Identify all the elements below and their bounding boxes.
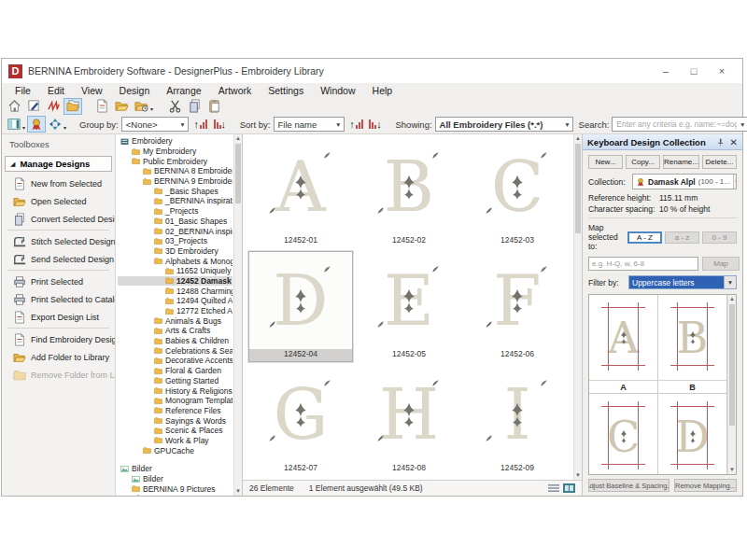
delete-collection-button[interactable]: Delete... [702, 155, 737, 169]
remove-mapping-button[interactable]: Remove Mapping... [674, 479, 737, 492]
design-thumbnail[interactable]: G12452-07 [248, 365, 353, 476]
chevron-down-icon[interactable]: ▾ [22, 124, 25, 131]
design-thumbnail[interactable]: K [357, 478, 461, 480]
manage-designs-header[interactable]: ◢Manage Designs [5, 156, 112, 172]
scroll-up-icon[interactable]: ▲ [574, 134, 582, 143]
tree-item[interactable]: BERNINA 9 Pictures [118, 483, 233, 494]
showing-select[interactable]: All Embroidery Files (*.*)▼ [435, 117, 573, 132]
pin-icon[interactable] [716, 138, 725, 147]
chevron-down-icon[interactable]: ▾ [150, 105, 153, 112]
tree-item[interactable]: Alphabets & Monograms [118, 256, 233, 266]
sort-descending-button[interactable]: ↓ [366, 116, 385, 133]
minimize-button[interactable]: – [652, 60, 680, 82]
tree-item[interactable]: Scenic & Places [118, 426, 233, 436]
tree-item[interactable]: BERNINA 9 Embroidery [118, 176, 233, 187]
toolbox-item-open-selected[interactable]: Open Selected [2, 192, 115, 210]
design-thumbnail[interactable]: F12452-06 [465, 251, 570, 362]
toolbox-item-send-to-machine[interactable]: Send Selected Design to BER... [2, 250, 115, 268]
group-descending-button[interactable]: ↓ [210, 116, 229, 133]
thumbnail-view-icon[interactable] [563, 483, 575, 493]
scrollbar-thumb[interactable] [729, 304, 735, 426]
scrollbar-thumb[interactable] [575, 144, 581, 233]
design-thumbnail[interactable]: H12452-08 [357, 365, 461, 476]
tree-item[interactable]: Bilder [118, 464, 233, 474]
embroidery-canvas-button[interactable] [44, 98, 63, 115]
view-mode-button[interactable] [5, 116, 23, 133]
tree-item[interactable]: Dieser PC [118, 494, 233, 496]
tree-item[interactable]: Getting Started [118, 376, 233, 386]
tree-item[interactable]: Sayings & Words [118, 415, 233, 426]
letter-cell[interactable]: DD [658, 394, 727, 475]
new-collection-button[interactable]: New... [588, 155, 623, 169]
menu-item-artwork[interactable]: Artwork [210, 85, 261, 96]
tree-item[interactable]: Celebrations & Seasons [118, 345, 233, 356]
toolbox-item-add-folder[interactable]: Add Folder to Library [2, 348, 115, 366]
tree-item[interactable]: 03_Projects [118, 236, 233, 246]
tree-item[interactable]: Embroidery [118, 136, 233, 147]
design-thumbnail[interactable]: L [465, 478, 568, 480]
tree-item-selected[interactable]: 12452 Damask Alpha [118, 276, 233, 287]
list-view-icon[interactable] [548, 483, 559, 493]
menu-item-view[interactable]: View [73, 85, 111, 96]
scroll-up-icon[interactable]: ▲ [728, 295, 736, 303]
letters-scrollbar[interactable]: ▲ ▼ [727, 295, 736, 474]
tree-item[interactable]: Work & Play [118, 436, 233, 446]
toolbox-item-stitch-selected[interactable]: Stitch Selected Design... [2, 232, 115, 250]
tree-item[interactable]: Decorative Accents [118, 356, 233, 366]
tree-item[interactable]: 02_BERNINA inspiration [118, 226, 233, 236]
arrange-views-button[interactable] [46, 116, 64, 133]
design-thumbnail[interactable]: E12452-05 [357, 251, 461, 362]
design-thumbnail[interactable]: J [248, 478, 353, 480]
toolbox-item-export-design-list[interactable]: Export Design List [2, 308, 115, 326]
tree-item[interactable]: My Embroidery [118, 147, 233, 157]
tree-item[interactable]: 12494 Quilted Alphabe [118, 296, 233, 306]
copy-button[interactable] [185, 98, 204, 115]
menu-item-file[interactable]: File [7, 85, 39, 96]
filter-by-select[interactable]: Uppercase letters ▼ [628, 275, 737, 289]
design-thumbnail[interactable]: B12452-02 [357, 137, 461, 248]
toolbox-item-find-designs[interactable]: Find Embroidery Designs [2, 330, 115, 348]
toolbox-item-new-from-selected[interactable]: New from Selected [2, 175, 115, 192]
toolbox-item-print-to-catalog[interactable]: Print Selected to Catalog [2, 290, 115, 308]
map-lowercase-button[interactable]: a - z [665, 231, 699, 244]
sort-ascending-button[interactable]: ↑ [347, 116, 366, 133]
design-thumbnail-selected[interactable]: D12452-04 [248, 251, 353, 362]
menu-item-arrange[interactable]: Arrange [158, 85, 209, 96]
maximize-button[interactable]: □ [680, 60, 708, 82]
menu-item-design[interactable]: Design [111, 85, 159, 96]
group-ascending-button[interactable]: ↑ [191, 116, 210, 133]
copy-collection-button[interactable]: Copy... [626, 155, 660, 169]
embroidery-library-button[interactable] [63, 98, 82, 115]
close-panel-icon[interactable]: ✕ [730, 137, 738, 147]
tree-item[interactable]: Animals & Bugs [118, 315, 233, 326]
design-thumbnail[interactable]: A12452-01 [248, 137, 353, 248]
menu-item-help[interactable]: Help [364, 85, 402, 96]
tree-scrollbar[interactable]: ▲ ▼ [233, 134, 242, 496]
group-by-select[interactable]: <None>▼ [121, 117, 189, 132]
chevron-down-icon[interactable]: ▾ [63, 124, 66, 131]
scroll-down-icon[interactable]: ▼ [728, 466, 736, 474]
letter-cell[interactable]: BB [658, 295, 727, 394]
tree-item[interactable]: _Basic Shapes [118, 186, 233, 196]
artwork-canvas-button[interactable] [24, 98, 43, 115]
tree-item[interactable]: Floral & Garden [118, 366, 233, 376]
map-uppercase-button[interactable]: A - Z [627, 231, 662, 244]
cut-button[interactable] [165, 98, 184, 115]
toolbox-item-convert-selected[interactable]: Convert Selected Designs [2, 210, 115, 228]
open-design-button[interactable] [112, 98, 131, 115]
tree-item[interactable]: Monogram Template Desi [118, 396, 233, 406]
menu-item-window[interactable]: Window [312, 85, 363, 96]
tree-item[interactable]: _BERNINA inspiration [118, 196, 233, 206]
scroll-down-icon[interactable]: ▼ [234, 487, 242, 496]
collection-select[interactable]: Damask Alpl (100 - 1... ▼ [632, 174, 737, 189]
menu-item-edit[interactable]: Edit [39, 85, 73, 96]
adjust-baseline-button[interactable]: Adjust Baseline & Spacing... [588, 479, 669, 492]
map-button[interactable]: Map [702, 257, 740, 271]
toolbox-item-print-selected[interactable]: Print Selected [2, 273, 115, 290]
letter-cell[interactable]: CC [589, 394, 658, 475]
map-range-input[interactable] [588, 257, 698, 271]
tree-item[interactable]: 12772 Etched Alphabe [118, 306, 233, 316]
rename-collection-button[interactable]: Rename... [663, 155, 699, 169]
scroll-up-icon[interactable]: ▲ [234, 134, 242, 143]
tree-item[interactable]: 01_Basic Shapes [118, 217, 233, 227]
